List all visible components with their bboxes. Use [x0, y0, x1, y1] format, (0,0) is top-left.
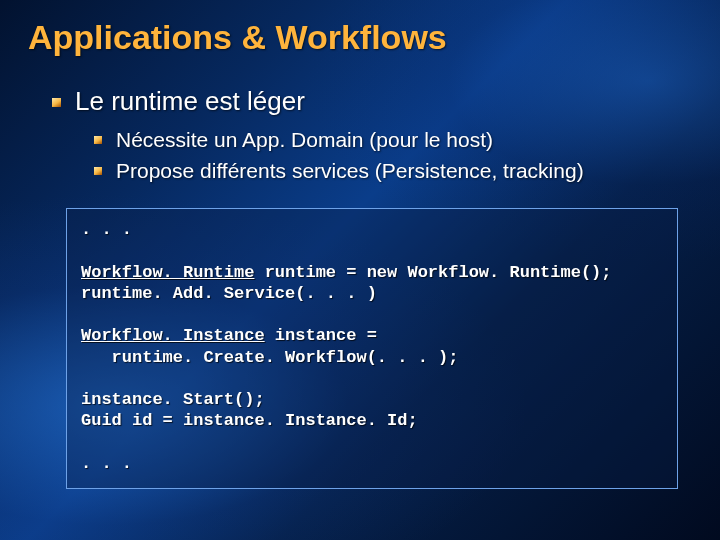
bullet-text: Le runtime est léger [75, 85, 305, 118]
bullet-icon [94, 167, 102, 175]
slide: Applications & Workflows Le runtime est … [0, 0, 720, 540]
code-line: instance = [265, 326, 377, 345]
code-line: . . . [81, 220, 132, 239]
code-block: . . . Workflow. Runtime runtime = new Wo… [66, 208, 678, 489]
code-type: Workflow. Runtime [81, 263, 254, 282]
bullet-level2: Propose différents services (Persistence… [94, 157, 692, 184]
bullet-icon [94, 136, 102, 144]
code-line: runtime = new Workflow. Runtime(); [254, 263, 611, 282]
code-line: instance. Start(); [81, 390, 265, 409]
code-type: Workflow. Instance [81, 326, 265, 345]
bullet-text: Nécessite un App. Domain (pour le host) [116, 126, 493, 153]
code-line: runtime. Create. Workflow(. . . ); [81, 348, 458, 367]
code-line: Guid id = instance. Instance. Id; [81, 411, 418, 430]
bullet-level1: Le runtime est léger [52, 85, 692, 118]
bullet-level2: Nécessite un App. Domain (pour le host) [94, 126, 692, 153]
slide-title: Applications & Workflows [28, 18, 692, 57]
code-line: . . . [81, 454, 132, 473]
bullet-icon [52, 98, 61, 107]
code-line: runtime. Add. Service(. . . ) [81, 284, 377, 303]
bullet-text: Propose différents services (Persistence… [116, 157, 584, 184]
